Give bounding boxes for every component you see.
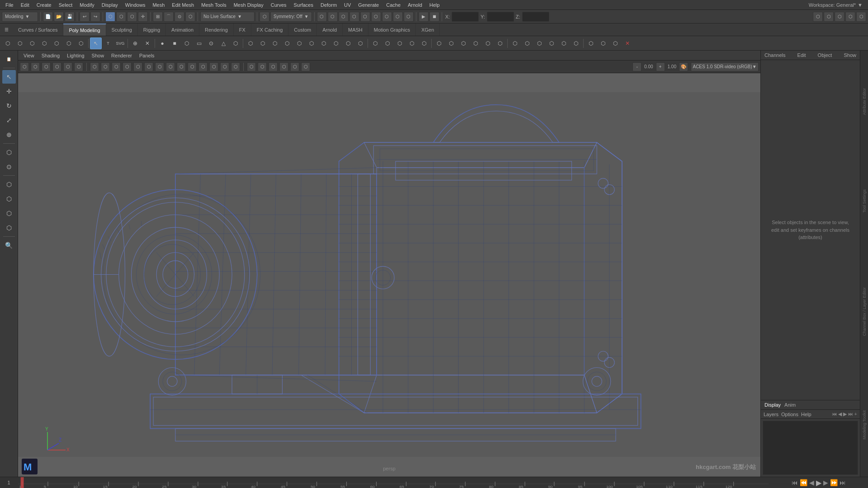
prev-key-btn[interactable]: ⏪ <box>800 479 807 486</box>
mirror-btn[interactable]: ⬡ <box>293 38 305 49</box>
torus-btn[interactable]: ⊙ <box>205 38 217 49</box>
tab-curves-surfaces[interactable]: Curves / Surfaces <box>13 23 63 36</box>
cam-btn3[interactable]: ⬡ <box>339 12 349 22</box>
menu-create[interactable]: Create <box>33 1 55 9</box>
shortest-btn[interactable]: ⬡ <box>418 38 430 49</box>
universal-tool[interactable]: ⊕ <box>2 128 16 141</box>
vp-shading-menu[interactable]: Shading <box>40 52 61 59</box>
x-field[interactable] <box>452 12 479 22</box>
texture-btn[interactable]: ⬡ <box>458 38 469 49</box>
soft-sel-btn[interactable]: ⬡ <box>2 145 16 159</box>
cam-btn6[interactable]: ⬡ <box>371 12 381 22</box>
menu-modify[interactable]: Modify <box>76 1 98 9</box>
menu-mesh[interactable]: Mesh <box>149 1 168 9</box>
layout-btn3[interactable]: ⬡ <box>835 12 844 22</box>
cb-btn3[interactable]: ⬡ <box>42 62 51 71</box>
cb-btn8[interactable]: ⬡ <box>101 62 110 71</box>
cam-btn4[interactable]: ⬡ <box>349 12 359 22</box>
layer-add-btn[interactable]: + <box>854 411 857 417</box>
render-view-btn[interactable]: ⬡ <box>2 178 16 191</box>
wireframe-btn[interactable]: ⬡ <box>433 38 445 49</box>
cb-btn18[interactable]: ⬡ <box>209 62 218 71</box>
render-stop-btn[interactable]: ⏹ <box>429 12 439 22</box>
cone-btn[interactable]: △ <box>217 38 229 49</box>
bound-btn[interactable]: ⬡ <box>570 38 582 49</box>
live-surface-dropdown[interactable]: No Live Surface ▼ <box>200 12 255 22</box>
cb-btn22[interactable]: ⬡ <box>258 62 267 71</box>
cam-btn5[interactable]: ⬡ <box>360 12 370 22</box>
tab-rigging[interactable]: Rigging <box>138 23 166 36</box>
xray-btn[interactable]: ⬡ <box>482 38 494 49</box>
vp-view-menu[interactable]: View <box>22 52 36 59</box>
exposure-down[interactable]: - <box>632 62 642 71</box>
object-tab[interactable]: Object <box>818 52 832 58</box>
cb-btn7[interactable]: ⬡ <box>90 62 99 71</box>
cam-btn2[interactable]: ⬡ <box>328 12 338 22</box>
options-btn[interactable]: Options <box>781 412 798 417</box>
menu-mesh-tools[interactable]: Mesh Tools <box>198 1 230 9</box>
y-field[interactable] <box>487 12 514 22</box>
new-scene-btn[interactable]: 📄 <box>43 12 53 22</box>
ring-btn[interactable]: ⬡ <box>382 38 393 49</box>
anim-tab[interactable]: Anim <box>784 402 796 408</box>
rotate-tool[interactable]: ↻ <box>2 99 16 113</box>
edge-select-btn[interactable]: ⬡ <box>26 38 38 49</box>
cb-btn2[interactable]: ⬡ <box>31 62 40 71</box>
measure-btn[interactable]: ✕ <box>142 38 153 49</box>
shaded-btn[interactable]: ⬡ <box>445 38 457 49</box>
scale-tool[interactable]: ⤢ <box>2 113 16 127</box>
tab-motion-graphics[interactable]: Motion Graphics <box>368 23 416 36</box>
search-btn[interactable]: 🔍 <box>2 239 16 252</box>
go-end-btn[interactable]: ⏭ <box>840 479 846 486</box>
tab-xgen[interactable]: XGen <box>416 23 440 36</box>
uvshell-btn[interactable]: ⬡ <box>51 38 62 49</box>
bridge-btn[interactable]: ⬡ <box>269 38 281 49</box>
next-frame-btn[interactable]: ▶ <box>823 479 828 486</box>
fill-hole-btn[interactable]: ⬡ <box>354 38 366 49</box>
tab-fx-caching[interactable]: FX Caching <box>251 23 288 36</box>
snap-grid-btn[interactable]: ⊞ <box>153 12 163 22</box>
select-mode-btn[interactable]: ⬡ <box>2 38 14 49</box>
boolean-btn[interactable]: ⬡ <box>281 38 293 49</box>
uvs-btn[interactable]: ⬡ <box>521 38 533 49</box>
vertex-select-btn[interactable]: ⬡ <box>14 38 26 49</box>
extrude-btn[interactable]: ⬡ <box>245 38 256 49</box>
reduce-btn[interactable]: ⬡ <box>342 38 354 49</box>
shrink-btn[interactable]: ⬡ <box>406 38 418 49</box>
menu-select[interactable]: Select <box>55 1 76 9</box>
snap-surface-btn[interactable]: ⬡ <box>185 12 195 22</box>
tab-poly-modeling[interactable]: Poly Modeling <box>63 23 106 36</box>
loop-btn[interactable]: ⬡ <box>369 38 381 49</box>
cb-btn23[interactable]: ⬡ <box>269 62 278 71</box>
smooth-btn[interactable]: ⬡ <box>306 38 317 49</box>
hypershade-btn[interactable]: ⬡ <box>2 192 16 206</box>
menu-generate[interactable]: Generate <box>354 1 382 9</box>
cb-btn6[interactable]: ⬡ <box>74 62 83 71</box>
menu-display[interactable]: Display <box>98 1 122 9</box>
layer-first-btn[interactable]: ⏮ <box>832 411 837 417</box>
tab-menu-btn[interactable]: ☰ <box>2 25 11 34</box>
channels-tab[interactable]: Channels <box>764 52 785 58</box>
menu-file[interactable]: File <box>2 1 17 9</box>
creases-btn[interactable]: ⬡ <box>533 38 545 49</box>
menu-curves[interactable]: Curves <box>267 1 290 9</box>
isolate-btn[interactable]: ⬡ <box>558 38 570 49</box>
prev-frame-btn[interactable]: ◀ <box>809 479 814 486</box>
cb-btn9[interactable]: ⬡ <box>112 62 121 71</box>
cb-btn14[interactable]: ⬡ <box>166 62 175 71</box>
help-btn[interactable]: Help <box>801 412 811 417</box>
symmetry-dropdown[interactable]: Symmetry: Off ▼ <box>270 12 312 22</box>
triangulate-btn[interactable]: ⬡ <box>330 38 342 49</box>
cam-btn8[interactable]: ⬡ <box>393 12 403 22</box>
cb-btn24[interactable]: ⬡ <box>279 62 288 71</box>
save-scene-btn[interactable]: 💾 <box>65 12 75 22</box>
viewport-canvas[interactable]: .wire { stroke: #6677bb; stroke-width: 0… <box>18 73 760 476</box>
tab-custom[interactable]: Custom <box>288 23 317 36</box>
modeling-dropdown[interactable]: Modeling ▼ <box>2 12 38 22</box>
paint-attr-btn[interactable]: ⬡ <box>585 38 597 49</box>
menu-help[interactable]: Help <box>426 1 443 9</box>
subdivide-btn[interactable]: ⬡ <box>318 38 330 49</box>
menu-mesh-display[interactable]: Mesh Display <box>230 1 267 9</box>
cb-btn20[interactable]: ⬡ <box>231 62 240 71</box>
cb-btn21[interactable]: ⬡ <box>247 62 256 71</box>
